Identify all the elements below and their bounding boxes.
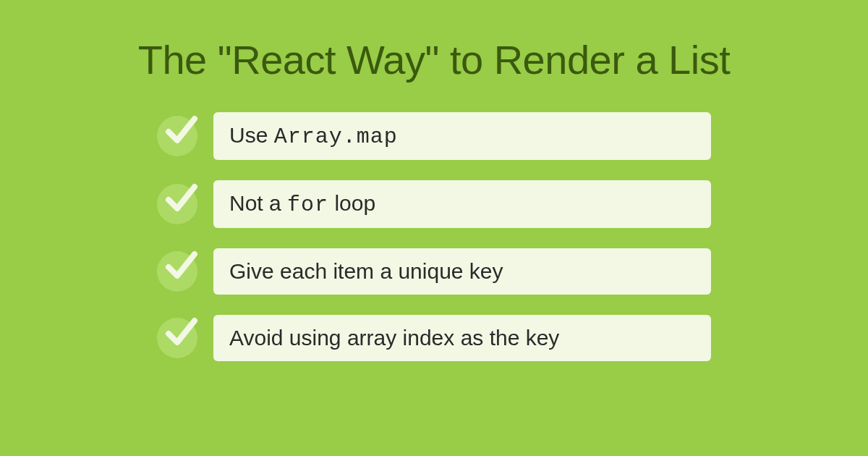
list-item-text: Avoid using array index as the key xyxy=(213,315,711,361)
check-icon xyxy=(157,251,197,292)
list-item-text: Not a for loop xyxy=(213,180,711,228)
check-icon xyxy=(157,318,197,358)
tips-list: Use Array.map Not a for loop Give each i… xyxy=(157,112,711,361)
check-icon xyxy=(157,116,197,156)
check-icon xyxy=(157,184,197,224)
page-title: The "React Way" to Render a List xyxy=(138,36,730,83)
list-item: Give each item a unique key xyxy=(157,248,711,295)
list-item: Not a for loop xyxy=(157,180,711,228)
list-item-text: Use Array.map xyxy=(213,112,711,160)
list-item-text: Give each item a unique key xyxy=(213,248,711,295)
list-item: Avoid using array index as the key xyxy=(157,315,711,361)
list-item: Use Array.map xyxy=(157,112,711,160)
